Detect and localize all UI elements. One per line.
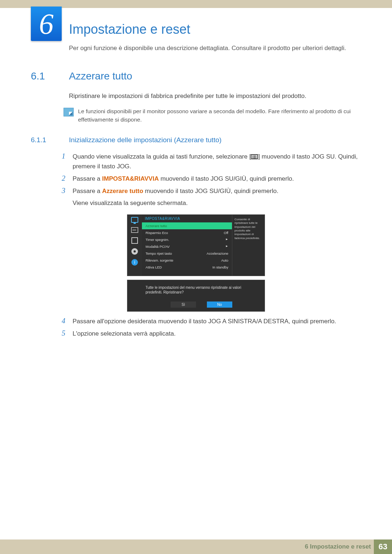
osd-main-menu: i IMPOSTA&RIAVVIA Azzerare tutto Risparm…: [127, 214, 265, 276]
section-heading: 6.1 Azzerare tutto: [31, 70, 361, 82]
step-5-body: L'opzione selezionata verrà applicata.: [73, 329, 176, 338]
osd-screenshot: i IMPOSTA&RIAVVIA Azzerare tutto Risparm…: [127, 214, 265, 312]
step-num-2: 2: [62, 174, 73, 184]
gear-icon: [131, 248, 138, 255]
note-icon: [64, 108, 74, 116]
osd-row: Timer spegnim.►: [142, 236, 232, 243]
step-num-3: 3: [62, 186, 73, 208]
chapter-number: 6: [39, 9, 54, 38]
step-4-body: Passare all'opzione desiderata muovendo …: [73, 317, 336, 326]
osd-row: Attiva LEDIn standby: [142, 264, 232, 271]
menu-icon: [251, 154, 258, 159]
step-1-body: Quando viene visualizzata la guida ai ta…: [73, 152, 361, 171]
step-2: 2 Passare a IMPOSTA&RIAVVIA muovendo il …: [62, 174, 361, 184]
monitor-icon: [131, 217, 138, 223]
osd-row: Tempo ripet tastoAccelerazione: [142, 250, 232, 257]
osd-row-selected: Azzerare tutto: [142, 222, 232, 229]
osd-yes-button: Sì: [171, 301, 196, 308]
osd-row: Risparmio EcoOff: [142, 229, 232, 236]
footer-chapter-label: 6 Impostazione e reset: [305, 543, 371, 550]
footer-page-number: 63: [374, 539, 392, 554]
page-title: Impostazione e reset: [69, 22, 361, 37]
osd-row: Modalità PC/AV►: [142, 243, 232, 250]
note-text: Le funzioni disponibili per il monitor p…: [78, 107, 361, 124]
osd-list: IMPOSTA&RIAVVIA Azzerare tutto Risparmio…: [142, 215, 232, 276]
osd-header: IMPOSTA&RIAVVIA: [142, 215, 232, 222]
step-num-1: 1: [62, 152, 73, 171]
subsection-title: Inizializzazione delle impostazioni (Azz…: [69, 136, 221, 144]
section-number: 6.1: [31, 70, 69, 82]
info-icon: i: [131, 259, 138, 266]
osd-row: Rilevam. sorgenteAuto: [142, 257, 232, 264]
section-intro: Ripristinare le impostazioni di fabbrica…: [69, 91, 361, 101]
osd-description: Consente di ripristinare tutte le impost…: [232, 215, 265, 276]
page-footer: 6 Impostazione e reset 63: [0, 539, 392, 554]
osd-confirm-message: Tutte le impostazioni del menu verranno …: [146, 285, 257, 295]
osd-no-button: No: [207, 301, 232, 308]
page-content: Impostazione e reset Per ogni funzione è…: [0, 8, 392, 339]
step-4: 4 Passare all'opzione desiderata muovend…: [62, 317, 361, 326]
picture-icon: [131, 227, 138, 233]
step-1: 1 Quando viene visualizzata la guida ai …: [62, 152, 361, 171]
resize-icon: [131, 237, 138, 244]
osd-confirm-buttons: Sì No: [146, 301, 257, 308]
step-5: 5 L'opzione selezionata verrà applicata.: [62, 329, 361, 338]
osd-confirm-dialog: Tutte le impostazioni del menu verranno …: [127, 280, 265, 312]
step-2-body: Passare a IMPOSTA&RIAVVIA muovendo il ta…: [73, 174, 294, 184]
note-block: Le funzioni disponibili per il monitor p…: [64, 107, 361, 124]
chapter-badge: 6: [31, 7, 62, 41]
osd-sidebar: i: [127, 215, 142, 276]
step-num-4: 4: [62, 317, 73, 326]
step-3: 3 Passare a Azzerare tutto muovendo il t…: [62, 186, 361, 208]
intro-text: Per ogni funzione è disponibile una desc…: [69, 44, 361, 53]
subsection-heading: 6.1.1 Inizializzazione delle impostazion…: [31, 136, 361, 144]
osd-menu-body: IMPOSTA&RIAVVIA Azzerare tutto Risparmio…: [142, 215, 265, 276]
subsection-number: 6.1.1: [31, 136, 69, 144]
section-title: Azzerare tutto: [69, 70, 132, 82]
step-3-body: Passare a Azzerare tutto muovendo il tas…: [73, 186, 278, 208]
step-num-5: 5: [62, 329, 73, 338]
